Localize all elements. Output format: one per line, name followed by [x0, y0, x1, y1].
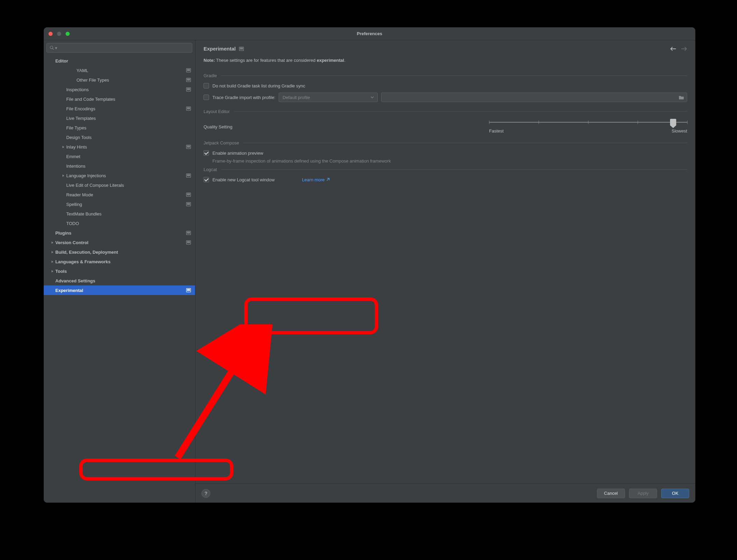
sidebar-item-todo[interactable]: TODO [44, 219, 195, 228]
chevron-down-icon [371, 96, 374, 99]
gradle-profile-select[interactable]: Default profile [279, 93, 378, 102]
svg-rect-4 [187, 70, 190, 71]
logcat-new-window-checkbox[interactable] [204, 177, 209, 182]
folder-icon [679, 95, 684, 100]
svg-rect-18 [187, 174, 190, 175]
sidebar-item-label: Advanced Settings [55, 278, 191, 283]
apply-button[interactable]: Apply [629, 489, 657, 498]
minimize-window-button[interactable] [57, 32, 61, 36]
close-window-button[interactable] [48, 32, 53, 36]
nav-back-icon[interactable] [670, 46, 676, 51]
svg-rect-10 [187, 89, 190, 90]
svg-rect-13 [187, 109, 190, 109]
quality-setting-label: Quality Setting [204, 124, 233, 129]
external-link-icon [326, 178, 330, 181]
slider-label-fastest: Fastest [489, 128, 504, 134]
cancel-button[interactable]: Cancel [597, 489, 625, 498]
sidebar-item-reader-mode[interactable]: Reader Mode [44, 190, 195, 199]
logcat-new-window-label: Enable new Logcat tool window [212, 177, 275, 182]
window-title: Preferences [357, 31, 382, 36]
svg-line-1 [53, 48, 54, 50]
svg-rect-30 [187, 241, 190, 242]
sidebar-item-emmet[interactable]: Emmet [44, 152, 195, 161]
sidebar-item-label: Language Injections [66, 173, 184, 178]
sidebar-item-languages-frameworks[interactable]: Languages & Frameworks [44, 257, 195, 266]
sidebar-item-yaml[interactable]: YAML [44, 66, 195, 75]
project-scope-icon [239, 47, 244, 51]
layout-editor-section-title: Layout Editor [204, 109, 687, 114]
sidebar-item-inlay-hints[interactable]: Inlay Hints [44, 142, 195, 152]
compose-animation-checkbox[interactable] [204, 150, 209, 156]
compose-section-title: Jetpack Compose [204, 140, 687, 145]
svg-rect-7 [187, 80, 190, 80]
sidebar-item-live-templates[interactable]: Live Templates [44, 113, 195, 123]
sidebar-item-file-encodings[interactable]: File Encodings [44, 104, 195, 113]
gradle-section-title: Gradle [204, 73, 687, 78]
chevron-right-icon [49, 241, 55, 244]
sidebar-item-label: File Types [66, 125, 191, 130]
sidebar-item-textmate-bundles[interactable]: TextMate Bundles [44, 209, 195, 219]
svg-rect-27 [187, 232, 190, 232]
preferences-sidebar: ▾ EditorYAMLOther File TypesInspectionsF… [44, 40, 195, 503]
sidebar-item-spelling[interactable]: Spelling [44, 199, 195, 209]
sidebar-item-label: TextMate Bundles [66, 211, 191, 216]
sidebar-item-file-and-code-templates[interactable]: File and Code Templates [44, 94, 195, 104]
sidebar-item-label: Emmet [66, 154, 191, 159]
svg-rect-28 [187, 233, 190, 233]
sidebar-item-file-types[interactable]: File Types [44, 123, 195, 132]
sidebar-item-experimental[interactable]: Experimental [44, 285, 195, 295]
chevron-right-icon [49, 260, 55, 263]
svg-rect-33 [187, 289, 190, 290]
gradle-trace-checkbox[interactable] [204, 95, 209, 100]
sidebar-item-tools[interactable]: Tools [44, 266, 195, 276]
sidebar-item-label: Live Edit of Compose Literals [66, 183, 191, 188]
sidebar-item-label: TODO [66, 221, 191, 226]
compose-animation-hint: Frame-by-frame inspection of animations … [212, 158, 687, 164]
sidebar-item-advanced-settings[interactable]: Advanced Settings [44, 276, 195, 285]
project-scope-icon [186, 202, 191, 206]
sidebar-item-plugins[interactable]: Plugins [44, 228, 195, 238]
sidebar-item-label: Inlay Hints [66, 144, 184, 150]
svg-rect-36 [240, 48, 243, 48]
project-scope-icon [186, 240, 191, 244]
ok-button[interactable]: OK [661, 489, 689, 498]
preferences-tree[interactable]: EditorYAMLOther File TypesInspectionsFil… [44, 54, 195, 503]
svg-rect-24 [187, 203, 190, 204]
fullscreen-window-button[interactable] [66, 32, 70, 36]
quality-slider-thumb[interactable] [670, 119, 676, 126]
svg-rect-12 [187, 108, 190, 108]
chevron-right-icon [49, 270, 55, 273]
dialog-footer: ? Cancel Apply OK [195, 484, 695, 503]
gradle-task-list-label: Do not build Gradle task list during Gra… [212, 83, 305, 88]
sidebar-item-inspections[interactable]: Inspections [44, 85, 195, 94]
project-scope-icon [186, 288, 191, 292]
svg-rect-34 [187, 290, 190, 291]
search-input[interactable]: ▾ [46, 43, 192, 53]
project-scope-icon [186, 68, 191, 72]
sidebar-item-label: Live Templates [66, 116, 191, 121]
window-controls [48, 32, 70, 36]
logcat-section-title: Logcat [204, 167, 687, 172]
sidebar-item-label: Languages & Frameworks [55, 259, 191, 264]
help-button[interactable]: ? [201, 489, 210, 498]
sidebar-item-live-edit-of-compose-literals[interactable]: Live Edit of Compose Literals [44, 180, 195, 190]
project-scope-icon [186, 87, 191, 92]
svg-rect-6 [187, 79, 190, 79]
sidebar-item-language-injections[interactable]: Language Injections [44, 171, 195, 180]
sidebar-item-version-control[interactable]: Version Control [44, 238, 195, 247]
gradle-profile-path-field[interactable] [381, 93, 687, 102]
svg-rect-37 [240, 49, 243, 49]
logcat-learn-more-link[interactable]: Learn more [302, 177, 329, 182]
project-scope-icon [186, 145, 191, 149]
sidebar-item-label: Editor [55, 58, 191, 64]
sidebar-item-other-file-types[interactable]: Other File Types [44, 75, 195, 85]
sidebar-item-editor[interactable]: Editor [44, 56, 195, 66]
svg-rect-3 [187, 69, 190, 70]
sidebar-item-label: Reader Mode [66, 192, 184, 197]
gradle-task-list-checkbox[interactable] [204, 83, 209, 88]
sidebar-item-build-execution-deployment[interactable]: Build, Execution, Deployment [44, 247, 195, 257]
sidebar-item-design-tools[interactable]: Design Tools [44, 132, 195, 142]
titlebar: Preferences [44, 27, 695, 40]
sidebar-item-intentions[interactable]: Intentions [44, 161, 195, 171]
quality-slider[interactable] [489, 119, 687, 126]
